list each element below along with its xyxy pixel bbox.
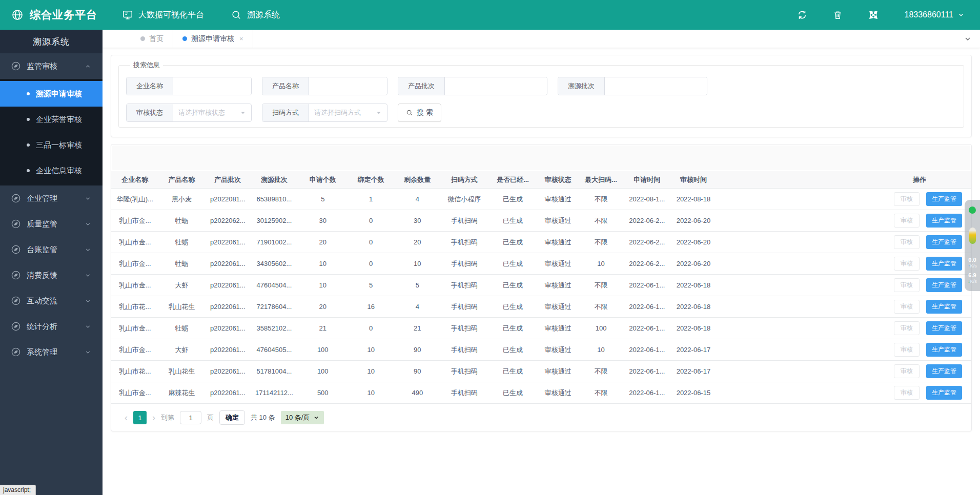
production-supervision-button[interactable]: 生产监管 <box>926 321 962 335</box>
tab-trace-application-review[interactable]: 溯源申请审核 × <box>173 30 253 48</box>
goto-page-input[interactable] <box>180 411 201 424</box>
sidebar-title: 溯源系统 <box>0 30 103 53</box>
sidebar-group-interaction[interactable]: 互动交流 <box>0 288 103 314</box>
chevron-down-icon <box>376 110 382 116</box>
page-1-button[interactable]: 1 <box>133 411 147 424</box>
production-supervision-button[interactable]: 生产监管 <box>926 364 962 378</box>
top-nav: 大数据可视化平台 溯源系统 <box>122 9 280 20</box>
table-cell: 10 <box>348 339 394 361</box>
production-supervision-button[interactable]: 生产监管 <box>926 192 962 206</box>
goto-prefix-label: 到第 <box>161 413 174 422</box>
table-cell: 21 <box>394 318 441 339</box>
table-cell: 手机扫码 <box>441 296 488 318</box>
tab-home[interactable]: 首页 <box>131 30 173 48</box>
sidebar-group-enterprise-management[interactable]: 企业管理 <box>0 185 103 211</box>
table-cell: 大虾 <box>158 275 205 296</box>
table-cell: 已生成 <box>488 253 538 275</box>
scan-mode-select[interactable]: 请选择扫码方式 <box>309 104 387 121</box>
production-supervision-button[interactable]: 生产监管 <box>926 386 962 400</box>
sidebar-group-statistics[interactable]: 统计分析 <box>0 314 103 339</box>
link-status-tooltip: javascript; <box>0 485 36 495</box>
table-cell: 麻辣花生 <box>158 382 205 404</box>
sidebar-item-enterprise-info-review[interactable]: 企业信息审核 <box>0 158 103 183</box>
close-icon[interactable]: × <box>239 35 243 43</box>
next-page-button[interactable]: › <box>152 413 155 422</box>
review-button[interactable]: 审核 <box>894 278 920 292</box>
review-button[interactable]: 审核 <box>894 235 920 249</box>
actions-cell: 审核生产监管 <box>717 210 971 232</box>
production-supervision-button[interactable]: 生产监管 <box>926 235 962 249</box>
sidebar-group-system-management[interactable]: 系统管理 <box>0 339 103 365</box>
table-cell: 牡蛎 <box>158 318 205 339</box>
table-cell: 171142112... <box>251 382 298 404</box>
production-supervision-button[interactable]: 生产监管 <box>926 300 962 314</box>
nav-item-bigdata-platform[interactable]: 大数据可视化平台 <box>122 9 204 20</box>
trace-batch-input[interactable] <box>605 77 707 95</box>
company-name-input[interactable] <box>173 77 251 95</box>
sidebar-group-quality-supervision[interactable]: 质量监管 <box>0 211 103 237</box>
net-speed-widget[interactable]: 0.0 ↑K/s 6.9 ↓K/s <box>965 200 980 291</box>
table-cell: 乳山市金... <box>111 253 158 275</box>
column-header: 剩余数量 <box>394 171 441 189</box>
battery-capsule-icon <box>969 228 976 244</box>
table-cell: 已生成 <box>488 296 538 318</box>
nav-item-label: 溯源系统 <box>247 10 280 20</box>
trash-icon[interactable] <box>833 10 843 20</box>
sidebar-group-regulatory-review[interactable]: 监管审核 <box>0 53 103 79</box>
fullscreen-icon[interactable] <box>868 10 879 20</box>
search-button[interactable]: 搜 索 <box>398 104 441 122</box>
page-size-select[interactable]: 10 条/页 <box>281 411 324 424</box>
table-cell: 大虾 <box>158 339 205 361</box>
production-supervision-button[interactable]: 生产监管 <box>926 343 962 357</box>
review-button[interactable]: 审核 <box>894 192 920 206</box>
table-cell: 2022-06-18 <box>670 296 717 318</box>
table-cell: 65389810... <box>251 189 298 210</box>
table-cell: 华隆(乳山)... <box>111 189 158 210</box>
company-name-field: 企业名称 <box>126 77 252 95</box>
table-cell: 490 <box>394 382 441 404</box>
review-button[interactable]: 审核 <box>894 364 920 378</box>
bullet-icon <box>27 118 30 121</box>
column-header: 产品名称 <box>158 171 205 189</box>
table-cell: 2022-06-17 <box>670 339 717 361</box>
tab-label: 首页 <box>149 34 164 44</box>
table-header-row: 企业名称产品名称产品批次溯源批次申请个数绑定个数剩余数量扫码方式是否已经...审… <box>111 171 971 189</box>
sidebar-group-ledger-supervision[interactable]: 台账监管 <box>0 237 103 262</box>
table-cell: 已生成 <box>488 275 538 296</box>
review-button[interactable]: 审核 <box>894 321 920 335</box>
confirm-button[interactable]: 确定 <box>219 410 245 425</box>
user-menu[interactable]: 18336860111 <box>904 10 965 19</box>
tabbar: 首页 溯源申请审核 × <box>103 30 980 48</box>
refresh-icon[interactable] <box>797 10 807 20</box>
sidebar-item-trace-application-review[interactable]: 溯源申请审核 <box>0 81 103 107</box>
leaf-circle-icon <box>11 322 21 331</box>
column-header: 审核状态 <box>538 171 578 189</box>
review-button[interactable]: 审核 <box>894 386 920 400</box>
tab-dot-icon <box>140 36 145 41</box>
review-button[interactable]: 审核 <box>894 300 920 314</box>
header-right: 18336860111 <box>797 10 980 20</box>
sidebar-item-three-products-review[interactable]: 三品一标审核 <box>0 132 103 158</box>
product-name-input[interactable] <box>309 77 387 95</box>
sidebar-item-enterprise-honor-review[interactable]: 企业荣誉审核 <box>0 107 103 132</box>
sidebar-group-label: 系统管理 <box>27 347 57 357</box>
prev-page-button[interactable]: ‹ <box>125 413 128 422</box>
sidebar-item-label: 企业荣誉审核 <box>36 115 82 125</box>
sidebar-group-consumer-feedback[interactable]: 消费反馈 <box>0 262 103 288</box>
review-button[interactable]: 审核 <box>894 214 920 228</box>
table-cell: 20 <box>298 296 348 318</box>
tab-list-dropdown[interactable] <box>955 30 980 48</box>
review-status-select[interactable]: 请选择审核状态 <box>173 104 251 121</box>
review-button[interactable]: 审核 <box>894 343 920 357</box>
nav-item-trace-system[interactable]: 溯源系统 <box>231 9 280 20</box>
production-supervision-button[interactable]: 生产监管 <box>926 257 962 271</box>
table-cell: 2022-06-1... <box>624 339 670 361</box>
production-supervision-button[interactable]: 生产监管 <box>926 214 962 228</box>
review-button[interactable]: 审核 <box>894 257 920 271</box>
product-batch-input[interactable] <box>445 77 547 95</box>
leaf-circle-icon <box>11 61 21 71</box>
table-cell: 1 <box>348 189 394 210</box>
select-placeholder: 请选择审核状态 <box>178 108 225 117</box>
production-supervision-button[interactable]: 生产监管 <box>926 278 962 292</box>
table-cell: 2022-06-20 <box>670 210 717 232</box>
